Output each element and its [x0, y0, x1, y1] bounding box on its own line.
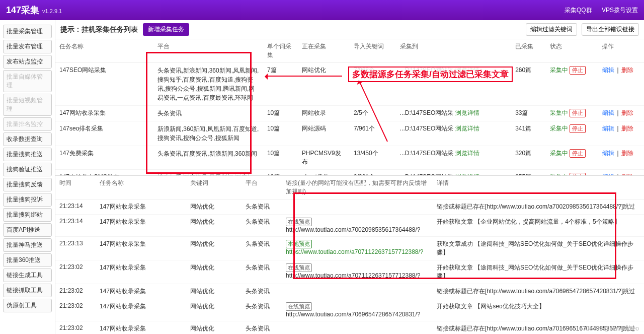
sidebar-item-5[interactable]: 批量排名监控 [3, 117, 52, 131]
delete-link[interactable]: 删除 [621, 150, 633, 157]
task-collected: 33篇 [511, 106, 546, 121]
log-detail: 开始获取文章 【网站seo优化技巧大全】 [433, 299, 644, 321]
delete-link[interactable]: 删除 [621, 125, 633, 132]
log-row: 21:23:02147网站收录采集网站优化头条资讯链接或标题已存在[http:/… [55, 284, 644, 299]
qq-group-link[interactable]: 采集QQ群 [565, 7, 592, 14]
delete-link[interactable]: 删除 [621, 66, 633, 74]
sidebar-item-8[interactable]: 搜狗验证推送 [3, 163, 52, 176]
sidebar-item-11[interactable]: 批量搜狗绑站 [3, 208, 52, 222]
task-platform: 搜狗知乎,百度资讯,凤凰新闻,百度知道,搜狗资讯 [153, 170, 263, 176]
log-detail: 获取文章成功 【途阔科技_网站SEO优化如何做_关于SEO优化详细操作步骤】 [433, 237, 644, 260]
export-errors-button[interactable]: 导出全部错误链接 [582, 23, 639, 36]
edit-filter-button[interactable]: 编辑过滤关键词 [526, 23, 577, 36]
browse-detail-link[interactable]: 浏览详情 [455, 109, 479, 116]
sidebar-item-6[interactable]: 收录数据查询 [3, 132, 52, 146]
log-col-1: 任务名称 [96, 176, 186, 199]
sidebar-item-7[interactable]: 批量搜狗推送 [3, 148, 52, 161]
task-col-6: 已采集 [511, 39, 546, 63]
task-table-wrap[interactable]: 任务名称平台单个词采集正在采集导入关键词采集到已采集状态操作 147SEO网站采… [55, 39, 644, 175]
task-row[interactable]: 147网站收录采集头条资讯10篇网站收录2/5个...D:\147SEO网站采 … [55, 106, 644, 121]
task-col-4: 导入关键词 [350, 39, 396, 63]
sidebar-item-4[interactable]: 批量短视频管理 [3, 94, 52, 116]
stop-button[interactable]: 停止 [570, 149, 586, 158]
task-imported: 9/391个 [350, 170, 396, 176]
log-platform: 头条资讯 [242, 284, 282, 299]
task-col-8: 操作 [598, 39, 644, 63]
task-table: 任务名称平台单个词采集正在采集导入关键词采集到已采集状态操作 147SEO网站采… [55, 39, 644, 175]
stop-button[interactable]: 停止 [570, 109, 586, 117]
task-row[interactable]: 147支持各大CMS发布搜狗知乎,百度资讯,凤凰新闻,百度知道,搜狗资讯10篇p… [55, 170, 644, 176]
log-col-4: 链接(量小的网站可能没有匹配，如需要可群内反馈增加规则) [282, 176, 433, 199]
sidebar-item-15[interactable]: 链接生成工具 [3, 269, 52, 282]
task-platform: 新浪新闻,360新闻,凤凰新闻,百度知道,搜狗资讯,搜狗公众号,搜狐新闻 [153, 121, 263, 146]
edit-link[interactable]: 编辑 [602, 125, 614, 132]
preview-tag[interactable]: 本地预览 [286, 240, 312, 248]
task-table-header: 任务名称平台单个词采集正在采集导入关键词采集到已采集状态操作 [55, 39, 644, 63]
sidebar-item-10[interactable]: 批量搜狗投诉 [3, 193, 52, 207]
task-row[interactable]: 147seo排名采集新浪新闻,360新闻,凤凰新闻,百度知道,搜狗资讯,搜狗公众… [55, 121, 644, 146]
log-platform: 头条资讯 [242, 215, 282, 237]
log-url[interactable]: http://www.toutiao.com/a7002098535617364… [286, 226, 421, 233]
task-row[interactable]: 147免费采集头条资讯,百度资讯,新浪新闻,360新闻10篇PHPCMSV9发布… [55, 146, 644, 170]
vps-dial-link[interactable]: VPS拨号设置 [602, 7, 638, 14]
task-name: 147SEO网站采集 [55, 63, 153, 106]
preview-tag[interactable]: 在线预览 [286, 263, 312, 272]
log-panel[interactable]: 时间任务名称关键词平台链接(量小的网站可能没有匹配，如需要可群内反馈增加规则)详… [55, 175, 644, 334]
sidebar-item-1[interactable]: 批量发布管理 [3, 40, 52, 53]
task-perword: 10篇 [263, 170, 298, 176]
browse-detail-link[interactable]: 浏览详情 [455, 125, 479, 132]
task-name: 147支持各大CMS发布 [55, 170, 153, 176]
task-ops: 编辑 | 删除 [598, 106, 644, 121]
sidebar-item-12[interactable]: 百度API推送 [3, 223, 52, 237]
panel-header: 提示：挂机采集任务列表 新增采集任务 编辑过滤关键词 导出全部错误链接 [55, 20, 644, 39]
sidebar-item-0[interactable]: 批量采集管理 [3, 25, 52, 38]
task-perword: 10篇 [263, 121, 298, 146]
log-row: 21:23:14147网站收录采集网站优化头条资讯链接或标题已存在[http:/… [55, 199, 644, 215]
log-task: 147网站收录采集 [96, 260, 186, 284]
log-link: 在线预览http://www.toutiao.com/a700209853561… [282, 215, 433, 237]
sidebar-item-17[interactable]: 伪原创工具 [3, 299, 52, 312]
preview-tag[interactable]: 在线预览 [286, 218, 312, 226]
log-time: 21:23:02 [55, 284, 96, 299]
log-time: 21:23:14 [55, 199, 96, 215]
annotation-arrow-1 [267, 76, 342, 77]
add-task-button[interactable]: 新增采集任务 [143, 23, 189, 36]
log-row: 21:23:13147网站收录采集网站优化头条资讯本地预览https://www… [55, 237, 644, 260]
task-ops: 编辑 | 删除 [598, 146, 644, 170]
sidebar: 批量采集管理批量发布管理发布站点监控批量自媒体管理批量短视频管理批量排名监控收录… [0, 20, 55, 334]
log-url[interactable]: https://www.toutiao.com/a707112263715771… [286, 248, 424, 255]
task-to: ...D:\147SEO网站采 浏览详情 [396, 170, 511, 176]
task-col-1: 平台 [153, 39, 263, 63]
log-time: 21:23:02 [55, 299, 96, 321]
stop-button[interactable]: 停止 [570, 66, 586, 75]
log-link [282, 199, 433, 215]
sidebar-item-16[interactable]: 链接抓取工具 [3, 284, 52, 297]
edit-link[interactable]: 编辑 [602, 109, 614, 116]
log-detail: 链接或标题已存在[http://www.toutiao.com/a7002098… [433, 199, 644, 215]
log-url[interactable]: http://www.toutiao.com/a7071122637157712… [286, 272, 421, 279]
sidebar-item-2[interactable]: 发布站点监控 [3, 55, 52, 69]
delete-link[interactable]: 删除 [621, 109, 633, 116]
edit-link[interactable]: 编辑 [602, 150, 614, 157]
sidebar-item-13[interactable]: 批量神马推送 [3, 238, 52, 252]
topbar: 147采集 v1.2.9.1 采集QQ群 VPS拨号设置 [0, 0, 644, 20]
log-link: 在线预览http://www.toutiao.com/a706965472865… [282, 299, 433, 321]
log-keyword: 网站优化 [186, 260, 242, 284]
sidebar-item-14[interactable]: 批量360推送 [3, 253, 52, 267]
task-col-0: 任务名称 [55, 39, 153, 63]
task-ops: 编辑 | 删除 [598, 121, 644, 146]
log-url[interactable]: http://www.toutiao.com/a7069654728657420… [286, 311, 421, 318]
watermark: CSDN @xiaomaseo [585, 325, 639, 332]
task-col-5: 采集到 [396, 39, 511, 63]
task-name: 147seo排名采集 [55, 121, 153, 146]
stop-button[interactable]: 停止 [570, 124, 586, 133]
sidebar-item-3[interactable]: 批量自媒体管理 [3, 70, 52, 92]
sidebar-item-9[interactable]: 批量搜狗反馈 [3, 178, 52, 191]
log-task: 147网站收录采集 [96, 299, 186, 321]
log-task: 147网站收录采集 [96, 215, 186, 237]
task-collected: 320篇 [511, 146, 546, 170]
browse-detail-link[interactable]: 浏览详情 [455, 150, 479, 157]
edit-link[interactable]: 编辑 [602, 66, 614, 74]
log-platform: 头条资讯 [242, 199, 282, 215]
preview-tag[interactable]: 在线预览 [286, 302, 312, 311]
